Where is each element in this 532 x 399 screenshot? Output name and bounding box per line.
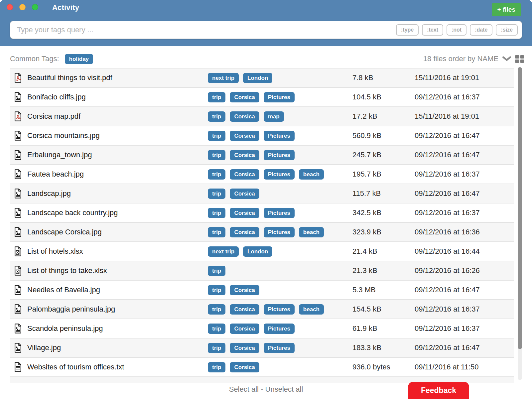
file-name[interactable]: Beautiful things to visit.pdf	[27, 73, 208, 82]
tag-pill[interactable]: next trip	[208, 73, 239, 83]
filter-date-button[interactable]: :date	[470, 24, 492, 36]
file-name[interactable]: Landscap.jpg	[27, 189, 208, 198]
file-name[interactable]: Landscape back country.jpg	[27, 208, 208, 217]
file-name[interactable]: Websites of tourism offices.txt	[27, 363, 208, 371]
tag-pill[interactable]: trip	[208, 131, 225, 141]
tag-pill[interactable]: Pictures	[264, 131, 295, 141]
table-row[interactable]: List of things to take.xlsxtrip21.3 kB09…	[10, 261, 514, 280]
tag-pill[interactable]: beach	[299, 304, 324, 315]
file-name[interactable]: Fautea beach.jpg	[27, 170, 208, 179]
tag-pill[interactable]: Pictures	[264, 343, 295, 353]
tag-pill[interactable]: Pictures	[264, 92, 295, 102]
tag-pill[interactable]: Pictures	[264, 208, 295, 218]
minimize-window-icon[interactable]	[19, 4, 26, 10]
file-name[interactable]: Erbalunga_town.jpg	[27, 151, 208, 159]
table-row[interactable]: Palombaggia peninsula.jpgtripCorsicaPict…	[10, 299, 514, 319]
file-tags: tripCorsicaPictures	[208, 92, 352, 102]
table-row[interactable]: Landscape back country.jpgtripCorsicaPic…	[10, 203, 514, 222]
file-name[interactable]: Corsica map.pdf	[27, 112, 208, 121]
file-tags: tripCorsicaPicturesbeach	[208, 227, 352, 237]
tag-pill[interactable]: Corsica	[230, 343, 259, 353]
tag-pill[interactable]: Corsica	[230, 111, 259, 122]
table-row[interactable]: Beautiful things to visit.pdfnext tripLo…	[10, 68, 514, 87]
grid-view-icon[interactable]	[515, 55, 524, 63]
tag-pill[interactable]: Corsica	[230, 150, 259, 160]
file-name[interactable]: Palombaggia peninsula.jpg	[27, 305, 208, 314]
scrollbar-track[interactable]	[518, 67, 522, 380]
tag-pill[interactable]: Corsica	[230, 324, 259, 334]
tag-pill[interactable]: beach	[299, 169, 324, 180]
tag-pill[interactable]: Pictures	[264, 324, 295, 334]
tag-pill[interactable]: trip	[208, 208, 225, 218]
tag-pill[interactable]: Corsica	[230, 227, 259, 237]
tag-pill[interactable]: trip	[208, 227, 225, 237]
app-window: Activity + files :type :text :not :date …	[0, 0, 532, 399]
tag-pill[interactable]: beach	[299, 227, 324, 237]
tag-pill[interactable]: London	[243, 246, 272, 257]
feedback-button[interactable]: Feedback	[408, 382, 469, 399]
tag-pill[interactable]: Pictures	[264, 227, 295, 237]
table-row[interactable]: List of hotels.xlsxnext tripLondon21.4 k…	[10, 241, 514, 261]
filter-type-button[interactable]: :type	[396, 24, 419, 36]
table-row[interactable]: Erbalunga_town.jpgtripCorsicaPictures245…	[10, 145, 514, 164]
tags-query-input[interactable]	[10, 21, 396, 39]
tag-pill[interactable]: Pictures	[264, 169, 295, 180]
tag-pill[interactable]: next trip	[208, 246, 239, 257]
tag-pill[interactable]: Pictures	[264, 150, 295, 160]
scrollbar-thumb[interactable]	[518, 67, 522, 349]
tag-pill[interactable]: map	[264, 111, 284, 122]
tag-pill[interactable]: Corsica	[230, 362, 259, 372]
table-row[interactable]: Corsica mountains.jpgtripCorsicaPictures…	[10, 126, 514, 145]
tag-pill[interactable]: trip	[208, 150, 225, 160]
file-size: 17.2 kB	[352, 112, 415, 121]
file-name[interactable]: Corsica mountains.jpg	[27, 131, 208, 140]
filter-text-button[interactable]: :text	[422, 24, 443, 36]
file-tags: tripCorsicaPicturesbeach	[208, 169, 352, 180]
file-name[interactable]: Bonifacio cliffs.jpg	[27, 93, 208, 101]
table-row[interactable]: Village.jpgtripCorsicaPictures183.3 kB09…	[10, 338, 514, 357]
table-row[interactable]: Scandola peninsula.jpgtripCorsicaPicture…	[10, 319, 514, 338]
unselect-all-link[interactable]: Unselect all	[265, 385, 303, 393]
table-row[interactable]: Websites of tourism offices.txttripCorsi…	[10, 357, 514, 376]
tag-pill[interactable]: trip	[208, 304, 225, 315]
select-all-link[interactable]: Select all	[229, 385, 259, 393]
close-window-icon[interactable]	[7, 4, 13, 10]
file-name[interactable]: List of things to take.xlsx	[27, 266, 208, 275]
table-row[interactable]: Landscap.jpgtripCorsica115.7 kB09/12/201…	[10, 184, 514, 203]
filter-size-button[interactable]: :size	[496, 24, 518, 36]
tag-pill[interactable]: trip	[208, 169, 225, 180]
table-row[interactable]: Needles of Bavella.jpgtripCorsica5.3 MB0…	[10, 280, 514, 299]
common-tag-holiday[interactable]: holiday	[65, 54, 93, 64]
tag-pill[interactable]: Corsica	[230, 131, 259, 141]
table-row[interactable]: Bonifacio cliffs.jpgtripCorsicaPictures1…	[10, 87, 514, 106]
tag-pill[interactable]: Corsica	[230, 92, 259, 102]
table-row[interactable]: Landscape Corsica.jpgtripCorsicaPictures…	[10, 222, 514, 241]
tag-pill[interactable]: trip	[208, 266, 225, 276]
table-row[interactable]: Corsica map.pdftripCorsicamap17.2 kB15/1…	[10, 106, 514, 126]
tag-pill[interactable]: trip	[208, 189, 225, 199]
tag-pill[interactable]: Corsica	[230, 189, 259, 199]
file-name[interactable]: Village.jpg	[27, 343, 208, 352]
tag-pill[interactable]: trip	[208, 362, 225, 372]
file-name[interactable]: List of hotels.xlsx	[27, 247, 208, 256]
tag-pill[interactable]: trip	[208, 111, 225, 122]
tag-pill[interactable]: Corsica	[230, 285, 259, 295]
tag-pill[interactable]: trip	[208, 285, 225, 295]
file-name[interactable]: Landscape Corsica.jpg	[27, 228, 208, 236]
filter-not-button[interactable]: :not	[447, 24, 466, 36]
table-row[interactable]: Fautea beach.jpgtripCorsicaPicturesbeach…	[10, 164, 514, 184]
zoom-window-icon[interactable]	[32, 4, 38, 10]
tag-pill[interactable]: Pictures	[264, 304, 295, 315]
tag-pill[interactable]: Corsica	[230, 304, 259, 315]
tag-pill[interactable]: Corsica	[230, 169, 259, 180]
tag-pill[interactable]: London	[243, 73, 272, 83]
tag-pill[interactable]: trip	[208, 92, 225, 102]
add-files-button[interactable]: + files	[492, 3, 521, 16]
file-name[interactable]: Needles of Bavella.jpg	[27, 286, 208, 294]
tag-pill[interactable]: trip	[208, 343, 225, 353]
tag-pill[interactable]: trip	[208, 324, 225, 334]
tag-pill[interactable]: Corsica	[230, 208, 259, 218]
sort-chevron-down-icon[interactable]	[502, 56, 511, 62]
file-date: 09/12/2016 at 16:47	[415, 286, 514, 294]
file-name[interactable]: Scandola peninsula.jpg	[27, 324, 208, 333]
